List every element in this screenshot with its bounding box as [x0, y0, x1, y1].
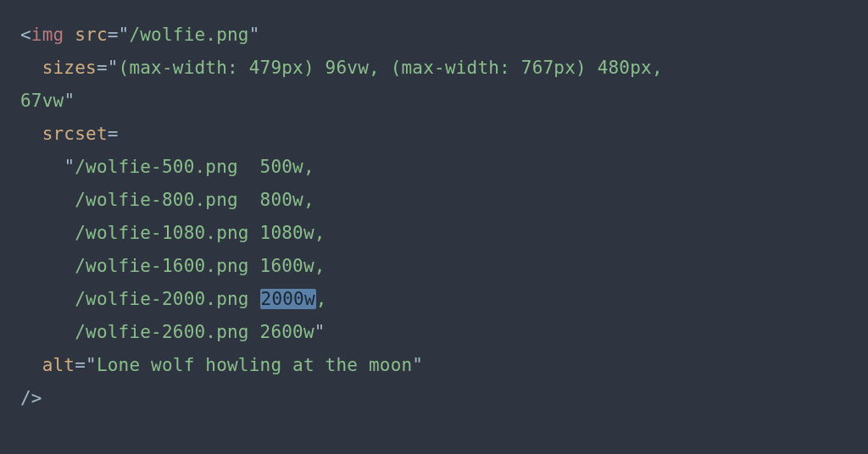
code-line: srcset=: [20, 118, 851, 151]
quote: ": [64, 91, 75, 111]
srcset-item: /wolfie-1600.png 1600w,: [20, 256, 326, 276]
srcset-item: /wolfie-1080.png 1080w,: [20, 223, 326, 243]
srcset-item: /wolfie-2600.png 2600w: [20, 322, 314, 342]
quote: ": [108, 58, 119, 78]
angle-open: <: [20, 25, 31, 45]
quote: ": [314, 322, 326, 342]
srcset-item-prefix: /wolfie-2000.png: [20, 289, 260, 309]
sizes-value-part1: (max-width: 479px) 96vw, (max-width: 767…: [119, 58, 674, 78]
code-line: /wolfie-1080.png 1080w,: [20, 217, 851, 250]
code-line: 67vw": [20, 85, 851, 118]
quote: ": [412, 355, 423, 375]
equals: =: [108, 25, 119, 45]
code-line: /wolfie-1600.png 1600w,: [20, 250, 851, 283]
sizes-value-part2: 67vw: [20, 91, 64, 111]
src-value: /wolfie.png: [129, 25, 248, 45]
code-line: /wolfie-2600.png 2600w": [20, 316, 851, 349]
attr-alt: alt: [42, 355, 75, 375]
code-line: "/wolfie-500.png 500w,: [20, 151, 851, 184]
quote: ": [86, 355, 97, 375]
quote: ": [119, 25, 130, 45]
code-block[interactable]: <img src="/wolfie.png" sizes="(max-width…: [0, 0, 868, 432]
code-line: /wolfie-800.png 800w,: [20, 184, 851, 217]
text-selection[interactable]: 2000w: [260, 289, 316, 309]
alt-value: Lone wolf howling at the moon: [97, 355, 412, 375]
quote: ": [249, 25, 260, 45]
code-line: sizes="(max-width: 479px) 96vw, (max-wid…: [20, 52, 851, 85]
srcset-item-suffix: ,: [316, 289, 327, 309]
self-close: />: [20, 388, 42, 408]
srcset-item: /wolfie-800.png 800w,: [20, 190, 314, 210]
srcset-item: /wolfie-500.png 500w,: [75, 157, 314, 177]
equals: =: [75, 355, 86, 375]
quote: ": [64, 157, 75, 177]
code-line: <img src="/wolfie.png": [20, 19, 851, 52]
code-line: /wolfie-2000.png 2000w,: [20, 283, 851, 316]
equals: =: [97, 58, 108, 78]
attr-sizes: sizes: [42, 58, 97, 78]
tag-name: img: [31, 25, 64, 45]
equals: =: [108, 124, 119, 144]
code-line: alt="Lone wolf howling at the moon": [20, 349, 851, 382]
attr-src: src: [75, 25, 108, 45]
code-line: />: [20, 382, 851, 415]
attr-srcset: srcset: [42, 124, 108, 144]
